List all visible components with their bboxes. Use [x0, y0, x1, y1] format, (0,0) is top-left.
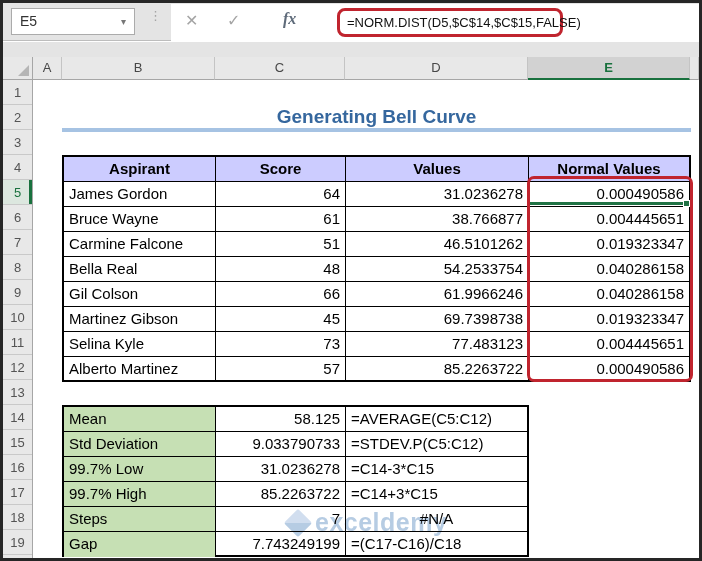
row-header[interactable]: 18	[3, 505, 32, 530]
normal-value-cell[interactable]: 0.004445651	[529, 207, 689, 231]
select-all-button[interactable]	[3, 57, 33, 80]
value-cell[interactable]: 85.2263722	[346, 357, 529, 382]
stat-formula-cell[interactable]: =STDEV.P(C5:C12)	[346, 432, 527, 456]
stat-label-cell[interactable]: Mean	[64, 407, 216, 431]
column-header-D[interactable]: D	[345, 57, 528, 80]
row-header[interactable]: 3	[3, 130, 32, 155]
column-header-filler	[690, 57, 699, 80]
value-cell[interactable]: 61.9966246	[346, 282, 529, 306]
stat-formula-cell[interactable]: =(C17-C16)/C18	[346, 532, 527, 557]
normal-value-cell[interactable]: 0.000490586	[529, 357, 689, 382]
stat-label-cell[interactable]: Steps	[64, 507, 216, 531]
row-header-selected[interactable]: 5	[3, 180, 32, 205]
score-cell[interactable]: 66	[216, 282, 346, 306]
row-gutter: 1 2 3 4 5 6 7 8 9 10 11 12 13 14 15 16 1…	[3, 80, 33, 558]
row-header[interactable]: 8	[3, 255, 32, 280]
score-cell[interactable]: 64	[216, 182, 346, 206]
value-cell[interactable]: 31.0236278	[346, 182, 529, 206]
row-header[interactable]: 13	[3, 380, 32, 405]
sheet-title[interactable]: Generating Bell Curve	[62, 104, 691, 130]
table-row: Martinez Gibson 45 69.7398738 0.01932334…	[64, 307, 689, 332]
stat-formula-cell-error[interactable]: #N/A	[346, 507, 527, 531]
stat-label-cell[interactable]: Std Deviation	[64, 432, 216, 456]
value-cell[interactable]: 54.2533754	[346, 257, 529, 281]
stat-value-cell[interactable]: 31.0236278	[216, 457, 346, 481]
formula-toolbar: E5 ▾ ⋮ ✕ ✓ fx =NORM.DIST(D5,$C$14,$C$15,…	[3, 3, 699, 41]
score-cell[interactable]: 61	[216, 207, 346, 231]
score-cell[interactable]: 57	[216, 357, 346, 382]
header-normal-values[interactable]: Normal Values	[529, 157, 689, 181]
table-row: Selina Kyle 73 77.483123 0.004445651	[64, 332, 689, 357]
table-row: Alberto Martinez 57 85.2263722 0.0004905…	[64, 357, 689, 382]
ellipsis-separator-icon: ⋮	[149, 7, 159, 37]
score-cell[interactable]: 45	[216, 307, 346, 331]
row-header[interactable]: 17	[3, 480, 32, 505]
aspirant-cell[interactable]: Alberto Martinez	[64, 357, 216, 382]
name-box[interactable]: E5 ▾	[11, 8, 135, 35]
column-header-A[interactable]: A	[33, 57, 62, 80]
normal-value-cell[interactable]: 0.004445651	[529, 332, 689, 356]
stat-value-cell[interactable]: 85.2263722	[216, 482, 346, 506]
column-header-E[interactable]: E	[528, 57, 690, 80]
value-cell[interactable]: 77.483123	[346, 332, 529, 356]
row-header[interactable]: 15	[3, 430, 32, 455]
normal-value-cell[interactable]: 0.040286158	[529, 257, 689, 281]
row-header[interactable]: 16	[3, 455, 32, 480]
score-cell[interactable]: 51	[216, 232, 346, 256]
row-header[interactable]: 2	[3, 105, 32, 130]
normal-value-cell[interactable]: 0.040286158	[529, 282, 689, 306]
row-header[interactable]: 7	[3, 230, 32, 255]
formula-input-area[interactable]: ✕ ✓ fx =NORM.DIST(D5,$C$14,$C$15,FALSE)	[171, 4, 699, 41]
aspirant-cell[interactable]: Gil Colson	[64, 282, 216, 306]
stat-label-cell[interactable]: Gap	[64, 532, 216, 557]
fill-handle[interactable]	[683, 200, 690, 207]
row-header[interactable]: 4	[3, 155, 32, 180]
enter-icon[interactable]: ✓	[227, 11, 240, 30]
stat-value-cell[interactable]: 7.743249199	[216, 532, 346, 557]
excel-window: E5 ▾ ⋮ ✕ ✓ fx =NORM.DIST(D5,$C$14,$C$15,…	[0, 0, 702, 561]
row-header[interactable]: 6	[3, 205, 32, 230]
formula-text[interactable]: =NORM.DIST(D5,$C$14,$C$15,FALSE)	[340, 11, 560, 34]
normal-value-cell[interactable]: 0.019323347	[529, 232, 689, 256]
score-cell[interactable]: 48	[216, 257, 346, 281]
aspirant-cell[interactable]: Martinez Gibson	[64, 307, 216, 331]
stat-formula-cell[interactable]: =C14+3*C15	[346, 482, 527, 506]
stat-formula-cell[interactable]: =C14-3*C15	[346, 457, 527, 481]
aspirant-cell[interactable]: Selina Kyle	[64, 332, 216, 356]
row-header[interactable]: 9	[3, 280, 32, 305]
aspirant-cell[interactable]: Bruce Wayne	[64, 207, 216, 231]
header-values[interactable]: Values	[346, 157, 529, 181]
table-row: Bruce Wayne 61 38.766877 0.004445651	[64, 207, 689, 232]
row-header[interactable]: 19	[3, 530, 32, 555]
stat-value-cell[interactable]: 7	[216, 507, 346, 531]
table-row: Gil Colson 66 61.9966246 0.040286158	[64, 282, 689, 307]
aspirant-cell[interactable]: James Gordon	[64, 182, 216, 206]
column-header-C[interactable]: C	[215, 57, 345, 80]
row-header[interactable]: 1	[3, 80, 32, 105]
column-header-B[interactable]: B	[62, 57, 215, 80]
row-header[interactable]: 14	[3, 405, 32, 430]
stat-label-cell[interactable]: 99.7% Low	[64, 457, 216, 481]
cancel-icon[interactable]: ✕	[185, 11, 198, 30]
value-cell[interactable]: 69.7398738	[346, 307, 529, 331]
select-all-triangle-icon	[18, 65, 29, 76]
aspirant-cell[interactable]: Bella Real	[64, 257, 216, 281]
stat-value-cell[interactable]: 9.033790733	[216, 432, 346, 456]
aspirant-cell[interactable]: Carmine Falcone	[64, 232, 216, 256]
row-header[interactable]: 12	[3, 355, 32, 380]
normal-value-cell[interactable]: 0.019323347	[529, 307, 689, 331]
title-underline	[62, 128, 691, 132]
value-cell[interactable]: 38.766877	[346, 207, 529, 231]
chevron-down-icon[interactable]: ▾	[121, 9, 126, 34]
score-cell[interactable]: 73	[216, 332, 346, 356]
stat-label-cell[interactable]: 99.7% High	[64, 482, 216, 506]
header-score[interactable]: Score	[216, 157, 346, 181]
header-aspirant[interactable]: Aspirant	[64, 157, 216, 181]
stat-value-cell[interactable]: 58.125	[216, 407, 346, 431]
name-box-value: E5	[20, 13, 37, 29]
row-header[interactable]: 10	[3, 305, 32, 330]
value-cell[interactable]: 46.5101262	[346, 232, 529, 256]
stat-formula-cell[interactable]: =AVERAGE(C5:C12)	[346, 407, 527, 431]
insert-function-icon[interactable]: fx	[283, 10, 296, 28]
row-header[interactable]: 11	[3, 330, 32, 355]
